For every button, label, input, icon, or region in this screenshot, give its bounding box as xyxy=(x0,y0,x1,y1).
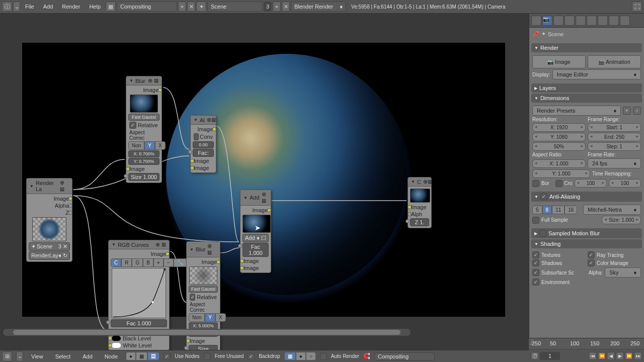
tree-type-shader[interactable]: ● xyxy=(126,352,136,360)
ch-b[interactable]: B xyxy=(143,258,153,267)
node-alphaover[interactable]: ▼Al⊕⊠ Image Conv 0.00 Fac: Image Image xyxy=(190,115,216,173)
use-nodes-check[interactable] xyxy=(164,353,171,360)
render-engine-dropdown[interactable]: Blender Render♦ xyxy=(291,2,346,12)
convert-check[interactable] xyxy=(194,133,199,140)
panel-motionblur-header[interactable]: ▶Sampled Motion Blur xyxy=(531,228,642,238)
backdrop-ch-alpha[interactable]: ○ xyxy=(306,352,316,360)
node-header[interactable]: ▼Render La⊕ ⊠ xyxy=(27,178,72,194)
fps-dropdown[interactable]: 24 fps♦ xyxy=(588,158,641,168)
zoom-in[interactable]: + xyxy=(153,258,164,267)
res-y[interactable]: Y: 1080 xyxy=(532,133,586,141)
screen-layout-field[interactable]: Compositing xyxy=(117,2,177,12)
aa-16[interactable]: 16 xyxy=(565,206,577,214)
border-check[interactable] xyxy=(532,180,539,187)
curve-fac[interactable]: Fac 1.000 xyxy=(111,319,167,327)
axis-x[interactable]: X xyxy=(155,141,166,150)
tree-type-texture[interactable]: ▦ xyxy=(136,352,147,360)
tab-scene-icon[interactable]: 📷 xyxy=(542,16,552,26)
preset-remove[interactable]: − xyxy=(633,107,641,115)
screen-browse-icon[interactable]: ▦ xyxy=(106,2,116,12)
tab-render-icon[interactable] xyxy=(531,16,541,26)
tree-type-compositing[interactable]: 🖼 xyxy=(147,352,159,360)
tools[interactable]: 🔧 xyxy=(174,258,187,267)
axis-y[interactable]: Y xyxy=(205,313,215,322)
aa-filter[interactable]: Mitchell-Netra♦ xyxy=(583,205,641,215)
render-presets[interactable]: Render Presets♦ xyxy=(532,106,621,116)
backdrop-check[interactable] xyxy=(248,353,255,360)
scene-select[interactable]: ✦Scene3 ✕ xyxy=(29,242,70,251)
frame-step[interactable]: Step: 1 xyxy=(588,142,641,151)
delete-scene-icon[interactable]: ✕ xyxy=(282,2,290,12)
tab-data-icon[interactable] xyxy=(598,16,608,26)
add-scene-icon[interactable]: + xyxy=(273,2,281,12)
axis-non[interactable]: Non xyxy=(128,141,144,150)
scene-field[interactable]: Scene xyxy=(207,2,263,12)
tab-modifiers-icon[interactable] xyxy=(587,16,597,26)
menu-help[interactable]: Help xyxy=(85,2,105,12)
relative-check[interactable] xyxy=(190,294,195,301)
menu-select[interactable]: Select xyxy=(51,351,75,361)
blur-y[interactable]: Y: 0.700% xyxy=(128,158,159,165)
res-pct[interactable]: 50% xyxy=(532,142,586,151)
remap-new[interactable]: 100 xyxy=(609,179,641,188)
tab-constraints-icon[interactable] xyxy=(576,16,586,26)
menu-add[interactable]: Add xyxy=(78,351,97,361)
blur-type[interactable]: Fast Gaussi xyxy=(128,114,159,121)
tab-texture-icon[interactable] xyxy=(620,16,630,26)
res-x[interactable]: X: 1920 xyxy=(532,123,586,132)
node-composite[interactable]: ▼C⊕⊠ Image Alph Z 1. xyxy=(408,177,432,228)
auto-render-check[interactable] xyxy=(320,353,327,360)
curve-widget[interactable] xyxy=(112,268,166,318)
backdrop-ch-rgba[interactable]: ▦ xyxy=(284,352,296,360)
axis-x[interactable]: X xyxy=(215,313,226,322)
mblur-enable[interactable] xyxy=(539,230,546,237)
textures-check[interactable] xyxy=(532,251,539,258)
blend-mode[interactable]: Add♦ ☐ xyxy=(243,234,269,242)
ch-r[interactable]: R xyxy=(121,258,132,267)
tab-object-icon[interactable] xyxy=(565,16,575,26)
mix-fac[interactable]: Fac 1.000 xyxy=(243,243,269,257)
render-image-button[interactable]: 📷 Image xyxy=(532,55,586,68)
layer-select[interactable]: RenderLay♦ ↻ xyxy=(29,251,70,260)
editor-type-icon[interactable]: ⓘ xyxy=(2,2,12,12)
shadows-check[interactable] xyxy=(532,259,539,266)
z-in[interactable]: Z 1. xyxy=(410,218,429,226)
crop-check[interactable] xyxy=(555,180,562,187)
premul[interactable]: 0.00 xyxy=(193,141,214,148)
menu-file[interactable]: File xyxy=(21,2,38,12)
axis-y[interactable]: Y xyxy=(144,141,155,150)
fac[interactable]: Fac: xyxy=(193,149,214,157)
remap-old[interactable]: 100 xyxy=(575,179,607,188)
zoom-out[interactable]: − xyxy=(164,258,174,267)
menu-add[interactable]: Add xyxy=(39,2,57,12)
raytracing-check[interactable] xyxy=(588,251,595,258)
blur-x[interactable]: X: 0.700% xyxy=(128,150,159,157)
node-header[interactable]: ▼Add⊕ ⊠ xyxy=(240,190,271,206)
panel-aa-header[interactable]: ▼Anti-Aliasing xyxy=(531,192,642,202)
blur-size[interactable]: Size 1.000 xyxy=(189,345,218,350)
frame-start[interactable]: Start: 1 xyxy=(588,123,641,132)
relative-check[interactable] xyxy=(129,122,136,129)
tab-world-icon[interactable] xyxy=(553,16,564,26)
render-animation-button[interactable]: 🎬 Animation xyxy=(588,55,641,68)
pin-icon[interactable]: 📌 xyxy=(532,31,539,37)
full-sample-check[interactable] xyxy=(532,217,539,224)
node-renderlayers[interactable]: ▼Render La⊕ ⊠ Image Alpha Z ✦Scene3 ✕ Re… xyxy=(26,178,72,262)
delete-screen-icon[interactable]: ✕ xyxy=(187,2,195,12)
panel-shading-header[interactable]: ▼Shading xyxy=(531,239,642,248)
expand-menu-icon[interactable]: ⌄ xyxy=(13,2,20,12)
node-blur-1[interactable]: ▼Blur⊕ ⊠ Image Fast Gaussi Relative Aspe… xyxy=(126,76,162,183)
node-header[interactable]: ▼RGB Curves⊕ ⊠ xyxy=(109,240,169,249)
aa-8[interactable]: 8 xyxy=(542,206,552,214)
aspect-y[interactable]: Y: 1.000 xyxy=(532,169,590,178)
backdrop-ch-rgb[interactable]: ● xyxy=(296,352,306,360)
blur-size[interactable]: Size 1.000 xyxy=(128,173,159,181)
colormgmt-check[interactable] xyxy=(588,259,595,266)
node-header[interactable]: ▼Blur⊕ ⊠ xyxy=(126,76,162,85)
node-header[interactable]: ▼C⊕⊠ xyxy=(408,177,431,187)
ch-c[interactable]: C xyxy=(111,258,121,267)
preset-add[interactable]: + xyxy=(623,107,631,115)
free-unused-check[interactable] xyxy=(204,353,211,360)
panel-render-header[interactable]: ▼Render xyxy=(531,43,642,52)
editor-type-icon[interactable]: ⊞ xyxy=(2,351,12,361)
